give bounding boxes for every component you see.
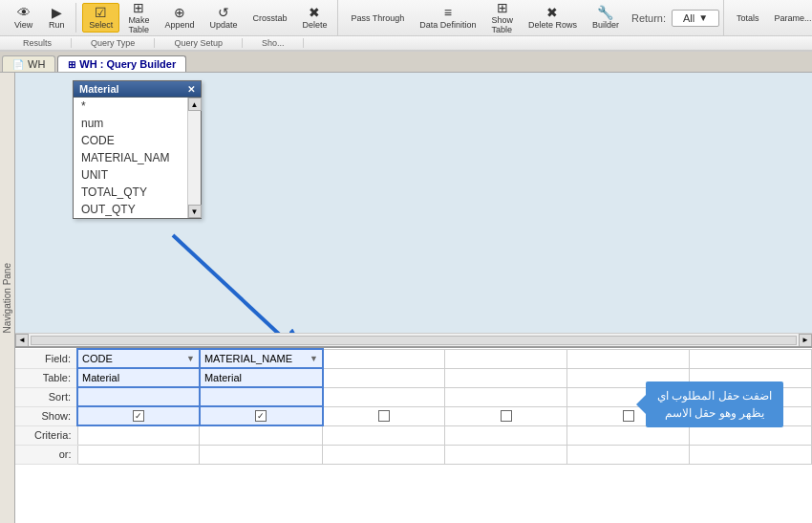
sort-material-cell[interactable] bbox=[200, 387, 323, 406]
view-button[interactable]: 👁 View bbox=[8, 3, 39, 33]
show-cell-3[interactable] bbox=[323, 406, 445, 425]
show-row-label: Show: bbox=[15, 406, 77, 425]
totals-button[interactable]: Totals bbox=[730, 11, 766, 26]
return-dropdown[interactable]: All ▼ bbox=[672, 10, 719, 27]
run-button[interactable]: ▶ Run bbox=[41, 3, 72, 33]
field-out-qty[interactable]: OUT_QTY bbox=[74, 201, 187, 218]
field-material-dropdown-icon[interactable]: ▼ bbox=[310, 354, 318, 363]
field-cell-4[interactable] bbox=[445, 349, 567, 368]
table-scrollbar[interactable]: ▲ ▼ bbox=[187, 98, 201, 218]
delete-button[interactable]: ✖ Delete bbox=[295, 3, 333, 33]
sort-row-label: Sort: bbox=[15, 387, 77, 406]
table-material-value: Material bbox=[204, 372, 242, 383]
field-row-label: Field: bbox=[15, 349, 77, 368]
field-unit[interactable]: UNIT bbox=[74, 166, 187, 184]
show-cell-4[interactable] bbox=[445, 406, 567, 425]
criteria-cell-4[interactable] bbox=[445, 425, 567, 445]
navigation-pane[interactable]: Navigation Pane bbox=[0, 73, 15, 523]
data-definition-button[interactable]: ≡ Data Definition bbox=[413, 3, 482, 33]
criteria-cell-6[interactable] bbox=[690, 425, 812, 445]
results-label: Results bbox=[4, 38, 72, 48]
return-label: Return: bbox=[631, 12, 666, 24]
criteria-cell-3[interactable] bbox=[323, 425, 445, 445]
tab-bar: 📄 WH ⊞ WH : Query Builder bbox=[0, 52, 812, 73]
query-builder-tab-label: WH : Query Builder bbox=[79, 58, 176, 70]
toolbar: 👁 View ▶ Run ☑ Select ⊞ MakeTable ⊕ Appe… bbox=[0, 0, 812, 36]
delete-icon: ✖ bbox=[309, 6, 320, 19]
parameters-button[interactable]: Parame... bbox=[768, 11, 812, 26]
sort-cell-4[interactable] bbox=[445, 387, 567, 406]
criteria-cell-5[interactable] bbox=[567, 425, 690, 445]
table-material-cell[interactable]: Material bbox=[200, 368, 323, 387]
or-cell-2[interactable] bbox=[200, 445, 323, 464]
table-cell-4[interactable] bbox=[445, 368, 567, 387]
field-cell-3[interactable] bbox=[323, 349, 445, 368]
field-cell-5[interactable] bbox=[567, 349, 690, 368]
select-button[interactable]: ☑ Select bbox=[82, 3, 119, 33]
material-table-box: Material ✕ * num CODE MATERIAL_NAM UNIT … bbox=[73, 80, 202, 219]
field-row: Field: CODE ▼ MATERIAL_NAME bbox=[15, 349, 812, 368]
criteria-cell-1[interactable] bbox=[77, 425, 200, 445]
criteria-cell-2[interactable] bbox=[200, 425, 323, 445]
or-cell-4[interactable] bbox=[445, 445, 567, 464]
return-dropdown-arrow: ▼ bbox=[698, 12, 708, 23]
scroll-down-btn[interactable]: ▼ bbox=[188, 205, 202, 218]
crosstab-button[interactable]: Crosstab bbox=[246, 11, 293, 26]
h-scrollbar[interactable]: ◄ ► bbox=[15, 333, 812, 346]
or-cell-5[interactable] bbox=[567, 445, 690, 464]
show-code-checkbox[interactable] bbox=[133, 410, 144, 422]
scroll-right-btn[interactable]: ► bbox=[799, 334, 812, 347]
run-icon: ▶ bbox=[52, 6, 62, 19]
show-material-cell[interactable] bbox=[200, 406, 323, 425]
field-star[interactable]: * bbox=[74, 98, 187, 115]
field-material-name-value: MATERIAL_NAME bbox=[204, 353, 292, 364]
data-def-icon: ≡ bbox=[444, 6, 452, 19]
h-scrollbar-container: ◄ ► bbox=[15, 333, 812, 346]
show-checkbox-3[interactable] bbox=[378, 410, 390, 422]
show-table-button[interactable]: ⊞ ShowTable bbox=[484, 0, 520, 37]
annotation-line1: اضفت حقل المطلوب اي bbox=[657, 387, 772, 404]
field-code[interactable]: CODE bbox=[74, 132, 187, 149]
table-box-header: Material ✕ bbox=[74, 81, 201, 98]
table-code-cell[interactable]: Material bbox=[77, 368, 200, 387]
append-button[interactable]: ⊕ Append bbox=[158, 3, 201, 33]
tab-wh-query-builder[interactable]: ⊞ WH : Query Builder bbox=[57, 55, 186, 72]
content-wrapper: Navigation Pane Material ✕ * num CODE MA… bbox=[0, 73, 812, 523]
field-material-name-cell[interactable]: MATERIAL_NAME ▼ bbox=[200, 349, 323, 368]
builder-button[interactable]: 🔧 Builder bbox=[586, 3, 626, 33]
query-canvas: Material ✕ * num CODE MATERIAL_NAM UNIT … bbox=[15, 73, 812, 523]
query-setup-group: Pass Through ≡ Data Definition ⊞ ShowTab… bbox=[340, 0, 724, 37]
update-icon: ↺ bbox=[218, 6, 229, 19]
make-table-button[interactable]: ⊞ MakeTable bbox=[121, 0, 156, 37]
delete-rows-button[interactable]: ✖ Delete Rows bbox=[522, 3, 584, 33]
grid-area: Field: CODE ▼ MATERIAL_NAME bbox=[15, 346, 812, 523]
field-code-cell[interactable]: CODE ▼ bbox=[77, 349, 200, 368]
field-total-qty[interactable]: TOTAL_QTY bbox=[74, 184, 187, 201]
sort-code-cell[interactable] bbox=[77, 387, 200, 406]
field-cell-6[interactable] bbox=[690, 349, 812, 368]
query-builder-tab-icon: ⊞ bbox=[68, 59, 75, 70]
sort-cell-3[interactable] bbox=[323, 387, 445, 406]
field-code-dropdown-icon[interactable]: ▼ bbox=[186, 354, 195, 363]
nav-pane-label: Navigation Pane bbox=[2, 263, 12, 333]
or-cell-6[interactable] bbox=[690, 445, 812, 464]
field-num[interactable]: num bbox=[74, 115, 187, 132]
table-cell-3[interactable] bbox=[323, 368, 445, 387]
table-close-icon[interactable]: ✕ bbox=[187, 84, 195, 95]
field-material-nam[interactable]: MATERIAL_NAM bbox=[74, 149, 187, 166]
update-button[interactable]: ↺ Update bbox=[203, 3, 244, 33]
pass-through-button[interactable]: Pass Through bbox=[344, 11, 411, 26]
show-code-cell[interactable] bbox=[77, 406, 200, 425]
or-cell-1[interactable] bbox=[77, 445, 200, 464]
scroll-left-btn[interactable]: ◄ bbox=[15, 334, 29, 347]
field-list: * num CODE MATERIAL_NAM UNIT TOTAL_QTY O… bbox=[74, 98, 187, 218]
builder-icon: 🔧 bbox=[597, 6, 613, 19]
show-material-checkbox[interactable] bbox=[255, 410, 267, 422]
or-cell-3[interactable] bbox=[323, 445, 445, 464]
scroll-up-btn[interactable]: ▲ bbox=[188, 98, 202, 111]
show-checkbox-4[interactable] bbox=[501, 410, 512, 422]
or-row-label: or: bbox=[15, 445, 77, 464]
annotation-box: اضفت حقل المطلوب اي يظهر وهو حقل الاسم bbox=[646, 381, 783, 427]
tab-wh[interactable]: 📄 WH bbox=[2, 55, 55, 72]
select-icon: ☑ bbox=[95, 6, 107, 19]
